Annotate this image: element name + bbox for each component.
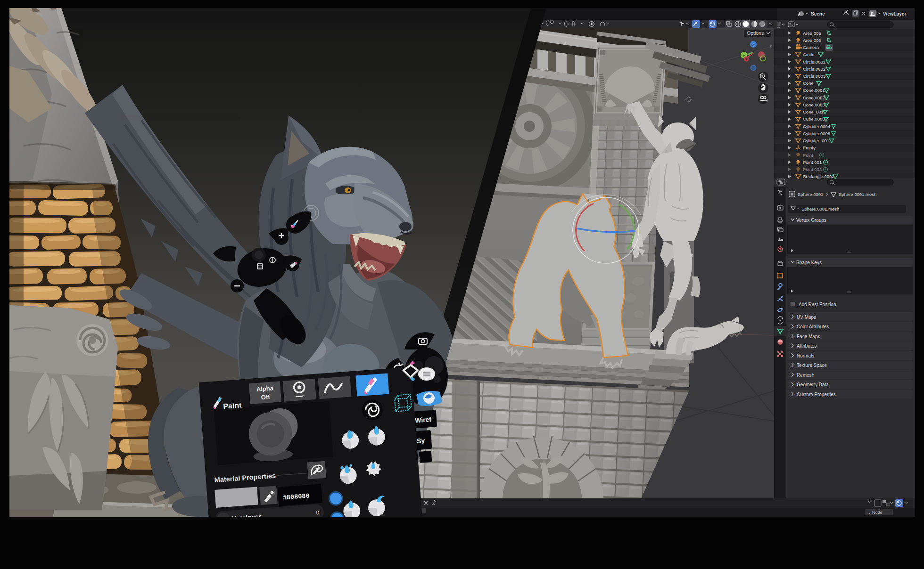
svg-text:Alpha: Alpha xyxy=(256,384,274,393)
svg-text:0: 0 xyxy=(316,509,320,516)
svg-text:Off: Off xyxy=(261,393,270,401)
